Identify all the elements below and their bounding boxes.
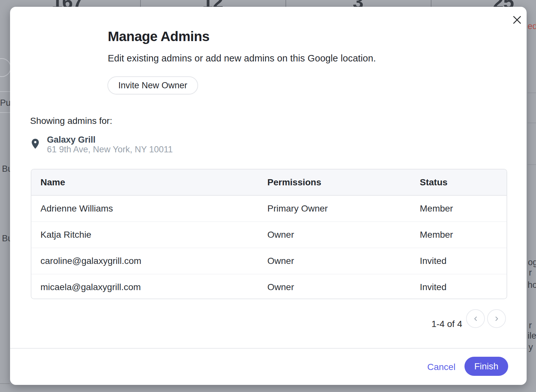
chevron-right-icon <box>494 316 499 321</box>
bg-text-fragment-bu: Bu <box>2 164 10 174</box>
bg-text-fragment-pub: Pub <box>0 98 10 108</box>
manage-admins-modal: Manage Admins Edit existing admins or ad… <box>10 7 527 385</box>
bg-text-fragment-ile: ile <box>528 331 536 341</box>
pagination-prev-button[interactable] <box>466 309 485 328</box>
table-row[interactable]: Adrienne Williams Primary Owner Member <box>31 196 507 222</box>
admin-status: Invited <box>420 274 447 299</box>
footer-divider <box>10 348 527 349</box>
bg-text-fragment-red: ed <box>528 21 536 31</box>
showing-admins-label: Showing admins for: <box>30 116 112 126</box>
location-name: Galaxy Grill <box>47 135 95 145</box>
finish-button[interactable]: Finish <box>464 357 508 376</box>
column-header-status: Status <box>420 169 448 195</box>
bg-text-fragment-r: r <box>529 268 532 278</box>
bg-row-line <box>0 91 10 92</box>
bg-row-line <box>528 164 536 165</box>
location-address: 61 9th Ave, New York, NY 10011 <box>47 145 173 155</box>
admin-name: Katja Ritchie <box>40 222 91 248</box>
admin-permissions: Owner <box>267 248 294 274</box>
table-row[interactable]: Katja Ritchie Owner Member <box>31 222 507 248</box>
admins-table-header: Name Permissions Status <box>31 169 507 196</box>
column-header-name: Name <box>40 169 65 195</box>
bg-row-line <box>0 112 10 113</box>
admin-name: micaela@galaxygrill.com <box>40 274 141 299</box>
admin-status: Invited <box>420 248 447 274</box>
pagination-range-label: 1-4 of 4 <box>420 319 462 329</box>
admin-permissions: Primary Owner <box>267 196 328 222</box>
bg-text-fragment-r2: r <box>529 321 532 330</box>
admin-permissions: Owner <box>267 274 294 299</box>
bg-text-fragment-og: og <box>528 257 536 267</box>
modal-title: Manage Admins <box>108 29 209 44</box>
admins-table: Name Permissions Status Adrienne William… <box>31 169 507 299</box>
cancel-button[interactable]: Cancel <box>427 362 455 372</box>
invite-new-owner-button[interactable]: Invite New Owner <box>107 76 198 94</box>
bg-search-pill-fragment <box>0 58 11 77</box>
invite-new-owner-label: Invite New Owner <box>118 81 187 91</box>
finish-button-label: Finish <box>474 361 498 372</box>
bg-text-fragment-y: y <box>529 342 533 352</box>
admin-status: Member <box>420 196 453 222</box>
bg-text-fragment-bu: Bu <box>2 234 10 243</box>
table-row[interactable]: caroline@galaxygrill.com Owner Invited <box>31 248 507 274</box>
modal-description: Edit existing admins or add new admins o… <box>108 53 376 64</box>
chevron-left-icon <box>473 316 478 321</box>
admin-name: caroline@galaxygrill.com <box>40 248 141 274</box>
close-icon[interactable] <box>511 14 523 26</box>
table-row[interactable]: micaela@galaxygrill.com Owner Invited <box>31 274 507 299</box>
admin-status: Member <box>420 222 453 248</box>
bg-row-line <box>0 383 10 384</box>
bg-text-fragment-ho: ho <box>528 280 536 290</box>
close-x-glyph <box>513 16 521 24</box>
location-pin-icon <box>31 138 39 150</box>
admin-permissions: Owner <box>267 222 294 248</box>
bg-row-line <box>528 123 536 123</box>
pagination-next-button[interactable] <box>487 309 506 328</box>
column-header-permissions: Permissions <box>267 169 321 195</box>
bg-row-line <box>528 93 536 93</box>
admin-name: Adrienne Williams <box>40 196 113 222</box>
